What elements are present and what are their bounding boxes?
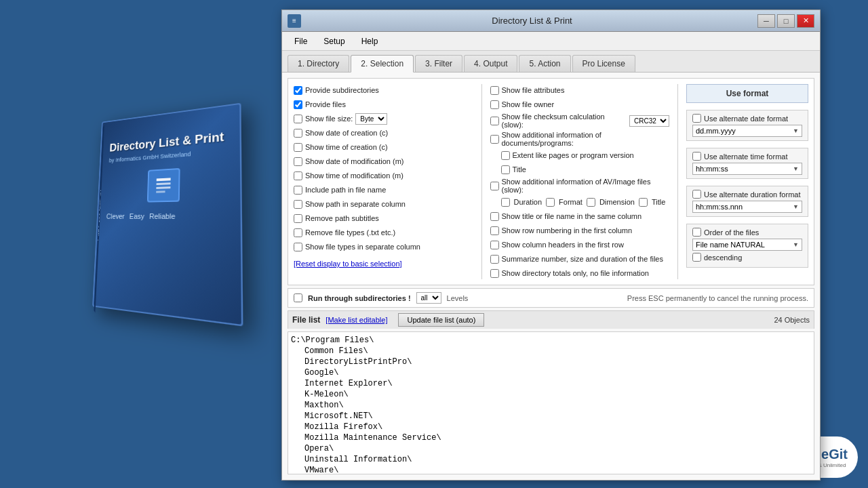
col-divider-1 (481, 84, 482, 279)
alt-date-format-input[interactable]: dd.mm.yyyy ▼ (692, 125, 802, 137)
alt-duration-format-input[interactable]: hh:mm:ss.nnn ▼ (692, 201, 802, 213)
extent-pages-checkbox[interactable] (501, 151, 510, 160)
minimize-button[interactable]: ─ (757, 14, 775, 28)
tab-selection[interactable]: 2. Selection (351, 55, 414, 73)
option-date-creation: Show date of creation (c) (294, 127, 473, 139)
menu-help[interactable]: Help (355, 35, 385, 48)
file-list-header: File list [Make list editable] Update fi… (288, 310, 814, 329)
remove-path-subtitles-checkbox[interactable] (294, 214, 302, 223)
show-path-sep-checkbox[interactable] (294, 200, 302, 209)
show-filesize-checkbox[interactable] (294, 115, 302, 123)
show-col-headers-label: Show column headers in the first row (502, 241, 624, 249)
option-show-title-filename: Show title or file name in the same colu… (490, 210, 670, 222)
options-middle-col: Show file attributes Show file owner Sho… (490, 84, 670, 279)
tab-output[interactable]: 4. Output (464, 55, 517, 72)
option-extent-pages: Extent like pages or program version (501, 149, 670, 161)
svg-rect-1 (157, 182, 171, 185)
option-date-modification: Show date of modification (m) (294, 155, 473, 167)
show-filesize-label: Show file size: (305, 115, 353, 123)
option-summarize: Summarize number, size and duration of t… (490, 253, 670, 265)
show-title-filename-checkbox[interactable] (490, 212, 499, 221)
date-modification-checkbox[interactable] (294, 157, 302, 166)
file-list-label: File list (292, 315, 320, 325)
file-list-item: C:\Program Files\ (291, 335, 811, 346)
option-show-filesize: Show file size: Byte KB MB (294, 113, 473, 125)
box-visual: Directory List & Print Directory List & … (92, 103, 243, 327)
remove-file-types-checkbox[interactable] (294, 228, 302, 237)
tab-pro-license[interactable]: Pro License (572, 55, 635, 72)
alt-duration-dropdown-arrow: ▼ (793, 203, 799, 210)
remove-path-subtitles-label: Remove path subtitles (305, 214, 379, 222)
show-file-owner-label: Show file owner (502, 100, 555, 108)
show-file-types-sep-checkbox[interactable] (294, 243, 302, 251)
tab-action[interactable]: 5. Action (519, 55, 570, 72)
checksum-type-select[interactable]: CRC32 MD5 (629, 115, 669, 127)
alt-duration-format-label: Use alternate duration format (704, 190, 800, 199)
file-list-item: K-Meleon\ (291, 389, 811, 400)
subdir-bar: Run through subdirectories ! all 1 2 3 L… (288, 288, 814, 308)
file-list-content[interactable]: C:\Program Files\Common Files\DirectoryL… (288, 331, 814, 474)
levels-select[interactable]: all 1 2 3 (416, 292, 441, 304)
title-av-checkbox[interactable] (639, 198, 648, 207)
extent-pages-label: Extent like pages or program version (513, 151, 634, 159)
alt-duration-format-checkbox[interactable] (692, 190, 701, 199)
show-checksum-checkbox[interactable] (490, 117, 499, 125)
descending-label: descending (704, 253, 742, 262)
time-modification-checkbox[interactable] (294, 171, 302, 180)
alt-duration-format-group: Use alternate duration format hh:mm:ss.n… (686, 186, 808, 217)
reset-link[interactable]: [Reset display to basic selection] (294, 258, 402, 269)
col-divider-2 (677, 84, 678, 279)
title-docs-checkbox[interactable] (501, 165, 510, 174)
option-show-col-headers: Show column headers in the first row (490, 239, 670, 251)
provide-files-checkbox[interactable] (294, 100, 302, 109)
menu-file[interactable]: File (288, 35, 314, 48)
filesize-unit-select[interactable]: Byte KB MB (355, 113, 387, 125)
main-window: ≡ Directory List & Print ─ □ ✕ File Setu… (281, 9, 821, 481)
option-show-path-sep: Show path in separate column (294, 198, 473, 210)
dimension-checkbox[interactable] (587, 198, 595, 207)
provide-subdirs-checkbox[interactable] (294, 86, 302, 95)
include-path-checkbox[interactable] (294, 186, 302, 195)
alt-date-format-checkbox[interactable] (692, 114, 701, 123)
show-col-headers-checkbox[interactable] (490, 241, 499, 249)
alt-time-format-group: Use alternate time format hh:mm:ss ▼ (686, 148, 808, 179)
file-list-item: Maxthon\ (291, 400, 811, 411)
provide-files-label: Provide files (305, 100, 346, 108)
file-list-item: Opera\ (291, 443, 811, 454)
update-file-list-button[interactable]: Update file list (auto) (398, 313, 484, 327)
order-files-input[interactable]: File name NATURAL ▼ (692, 239, 802, 251)
box-tagline: CleverEasyReliable (106, 211, 229, 220)
duration-checkbox[interactable] (501, 198, 510, 207)
alt-time-format-label: Use alternate time format (704, 152, 788, 161)
alt-time-format-checkbox[interactable] (692, 152, 701, 161)
close-button[interactable]: ✕ (797, 14, 814, 28)
tab-directory[interactable]: 1. Directory (288, 55, 349, 72)
show-row-numbering-checkbox[interactable] (490, 226, 499, 235)
show-file-owner-checkbox[interactable] (490, 100, 499, 109)
window-controls: ─ □ ✕ (757, 14, 814, 28)
date-creation-checkbox[interactable] (294, 129, 302, 138)
show-file-attrs-checkbox[interactable] (490, 86, 499, 95)
order-files-checkbox[interactable] (692, 228, 701, 237)
format-checkbox[interactable] (546, 198, 555, 207)
run-through-subdirs-checkbox[interactable] (294, 293, 302, 302)
make-editable-link[interactable]: [Make list editable] (326, 316, 387, 324)
show-additional-av-checkbox[interactable] (490, 182, 499, 190)
show-additional-docs-checkbox[interactable] (490, 135, 499, 144)
use-format-label: Use format (692, 89, 802, 98)
option-show-checksum: Show file checksum calculation (slow): C… (490, 113, 670, 129)
option-remove-file-types: Remove file types (.txt etc.) (294, 226, 473, 239)
option-show-additional-av: Show additional information of AV/Image … (490, 178, 670, 194)
maximize-button[interactable]: □ (777, 14, 795, 28)
summarize-checkbox[interactable] (490, 255, 499, 264)
alt-time-format-input[interactable]: hh:mm:ss ▼ (692, 163, 802, 175)
time-creation-checkbox[interactable] (294, 143, 302, 152)
format-label: Format (559, 198, 583, 206)
descending-checkbox[interactable] (692, 253, 701, 262)
show-checksum-label: Show file checksum calculation (slow): (502, 113, 627, 129)
show-dir-totals-checkbox[interactable] (490, 269, 499, 278)
menu-setup[interactable]: Setup (317, 35, 351, 48)
tab-filter[interactable]: 3. Filter (415, 55, 462, 72)
order-files-group: Order of the files File name NATURAL ▼ d… (686, 224, 808, 268)
option-include-path: Include path in file name (294, 184, 473, 196)
